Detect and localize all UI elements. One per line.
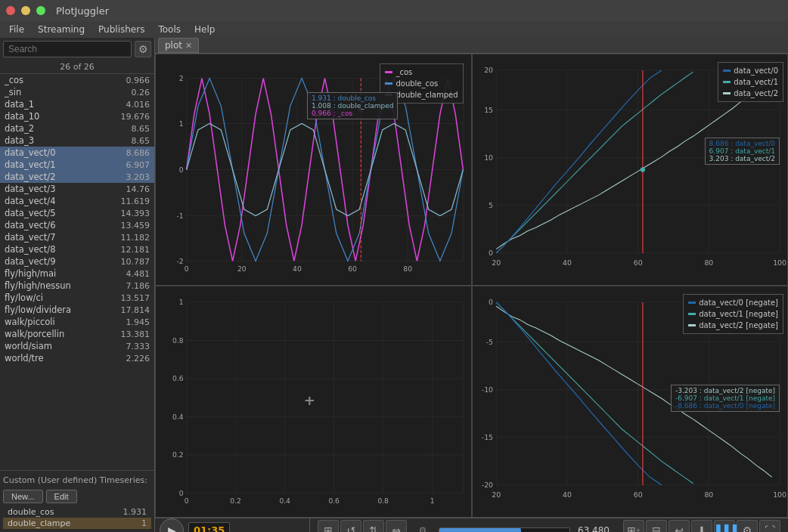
pan-icon[interactable]: ↺ (340, 520, 361, 532)
svg-point-46 (640, 167, 644, 172)
add-plot-icon[interactable]: ⊞+ (623, 520, 644, 532)
snapshot-icon[interactable]: ⬇ (691, 520, 712, 532)
sidebar-item-fly_low_ci[interactable]: fly/low/ci13.517 (0, 292, 154, 304)
tile-icon[interactable]: ⊟ (646, 520, 667, 532)
sidebar-item-data_vect_3[interactable]: data_vect/314.76 (0, 183, 154, 195)
sidebar-settings-button[interactable]: ⚙ (135, 41, 151, 57)
custom-section: Custom (User defined) Timeseries: New...… (0, 470, 154, 532)
svg-text:-2: -2 (176, 256, 183, 264)
titlebar: PlotJuggler (0, 0, 788, 21)
custom-section-title: Custom (User defined) Timeseries: (3, 474, 151, 487)
custom-item-double_clampe[interactable]: double_clampe1 (3, 518, 151, 529)
sidebar-item-world_siam[interactable]: world/siam7.333 (0, 340, 154, 352)
svg-text:0.8: 0.8 (172, 336, 184, 344)
sidebar-item-fly_high_nessun[interactable]: fly/high/nessun7.186 (0, 280, 154, 292)
timeline-value: 63.480 (578, 525, 616, 532)
plot-bottom-right[interactable]: 0 -5 -10 -15 -20 20 40 60 80 100 (472, 286, 789, 518)
new-timeseries-button[interactable]: New... (3, 490, 43, 503)
sidebar-item-data_vect_0[interactable]: data_vect/08.686 (0, 147, 154, 159)
svg-text:1: 1 (430, 496, 435, 505)
sidebar-item-data_1[interactable]: data_14.016 (0, 98, 154, 110)
main-layout: ⚙ 26 of 26 _cos0.966_sin0.26data_14.016d… (0, 38, 788, 532)
maximize-btn[interactable] (36, 6, 45, 15)
signal-icon[interactable]: ▐▐▐ (714, 520, 735, 532)
tab-plot[interactable]: plot ✕ (158, 38, 199, 53)
svg-text:10: 10 (484, 153, 493, 162)
menu-help[interactable]: Help (188, 23, 221, 36)
plot-top-left[interactable]: 2 1 0 -1 -2 0 20 40 60 80 (155, 54, 472, 286)
sidebar-item-walk_piccoli[interactable]: walk/piccoli1.945 (0, 316, 154, 328)
sidebar-item-data_vect_4[interactable]: data_vect/411.619 (0, 195, 154, 207)
sidebar-item-data_vect_6[interactable]: data_vect/613.459 (0, 219, 154, 231)
svg-text:-5: -5 (486, 338, 492, 346)
menu-file[interactable]: File (3, 23, 30, 36)
svg-text:-20: -20 (481, 481, 492, 489)
svg-text:0: 0 (489, 298, 493, 306)
svg-text:40: 40 (293, 264, 302, 273)
plots-area: 2 1 0 -1 -2 0 20 40 60 80 (155, 54, 788, 518)
sidebar-count: 26 of 26 (0, 60, 154, 74)
svg-text:20: 20 (492, 258, 501, 267)
sidebar-item-walk_porcellin[interactable]: walk/porcellin13.381 (0, 328, 154, 340)
plot-top-right[interactable]: 20 15 10 5 0 20 40 60 80 100 (472, 54, 789, 286)
plot-top-left-tooltip: 1.931 : double_cos 1.008 : double_clampe… (307, 92, 398, 119)
sidebar-item-fly_low_dividera[interactable]: fly/low/dividera17.814 (0, 304, 154, 316)
svg-text:40: 40 (562, 490, 571, 499)
sidebar-list[interactable]: _cos0.966_sin0.26data_14.016data_1019.67… (0, 74, 154, 470)
sidebar-item-_sin[interactable]: _sin0.26 (0, 86, 154, 98)
sidebar-item-data_3[interactable]: data_38.65 (0, 135, 154, 147)
menu-streaming[interactable]: Streaming (32, 23, 91, 36)
sidebar-item-world_tre[interactable]: world/tre2.226 (0, 352, 154, 364)
sidebar-item-data_vect_7[interactable]: data_vect/711.182 (0, 231, 154, 243)
svg-text:100: 100 (773, 490, 786, 499)
sidebar-item-data_vect_2[interactable]: data_vect/23.203 (0, 171, 154, 183)
svg-text:60: 60 (348, 264, 357, 273)
tabbar: plot ✕ (155, 38, 788, 54)
svg-text:20: 20 (484, 66, 493, 74)
close-btn[interactable] (6, 6, 15, 15)
sidebar-item-data_vect_1[interactable]: data_vect/16.907 (0, 159, 154, 171)
menubar: File Streaming Publishers Tools Help (0, 21, 788, 38)
sidebar-item-_cos[interactable]: _cos0.966 (0, 74, 154, 86)
undo-icon[interactable]: ↩ (669, 520, 690, 532)
svg-text:20: 20 (492, 490, 501, 499)
minimize-btn[interactable] (21, 6, 30, 15)
plot-settings-icon[interactable]: ⚙ (414, 522, 431, 532)
custom-items: double_cos1.931double_clampe1 (3, 506, 151, 529)
svg-text:0.4: 0.4 (172, 412, 184, 420)
svg-text:1: 1 (179, 298, 184, 306)
sidebar-item-fly_high_mai[interactable]: fly/high/mai4.481 (0, 268, 154, 280)
progress-bar-fill (439, 528, 521, 532)
toolbar-icons: ⊞ ↺ ⇅ ⇔ (315, 520, 410, 532)
fullscreen-icon[interactable]: ⛶ (759, 520, 780, 532)
menu-tools[interactable]: Tools (152, 23, 187, 36)
search-input[interactable] (3, 41, 132, 57)
bottom-bar: ▶ 01:35 ⊞ ↺ ⇅ ⇔ ⚙ 63.480 ⊞+ ⊟ ↩ (155, 518, 788, 532)
app-title: PlotJuggler (56, 5, 109, 17)
svg-text:0.6: 0.6 (172, 374, 184, 382)
svg-text:0: 0 (489, 249, 493, 257)
settings-icon[interactable]: ⚙ (737, 520, 758, 532)
progress-bar[interactable] (439, 527, 570, 532)
custom-item-double_cos[interactable]: double_cos1.931 (3, 506, 151, 518)
zoom-y-icon[interactable]: ⇅ (363, 520, 384, 532)
svg-text:5: 5 (489, 201, 493, 209)
sidebar-item-data_vect_9[interactable]: data_vect/910.787 (0, 255, 154, 268)
zoom-x-icon[interactable]: ⇔ (386, 520, 407, 532)
svg-text:0.4: 0.4 (279, 496, 290, 505)
tab-close-icon[interactable]: ✕ (185, 41, 192, 51)
plot-bottom-left[interactable]: 1 0.8 0.6 0.4 0.2 0 0 0.2 0.4 0.6 0.8 1 (155, 286, 472, 518)
svg-text:1: 1 (179, 119, 184, 127)
svg-text:40: 40 (562, 258, 571, 267)
edit-timeseries-button[interactable]: Edit (46, 490, 77, 503)
sidebar-item-data_2[interactable]: data_28.65 (0, 122, 154, 135)
layout-icon[interactable]: ⊞ (318, 520, 339, 532)
playback-section: ▶ 01:35 (155, 518, 310, 532)
sidebar-item-data_10[interactable]: data_1019.676 (0, 110, 154, 122)
svg-text:-10: -10 (481, 385, 492, 394)
sidebar-item-data_vect_8[interactable]: data_vect/812.181 (0, 243, 154, 255)
sidebar-item-data_vect_5[interactable]: data_vect/514.393 (0, 207, 154, 219)
plot-bottom-right-tooltip: -3.203 : data_vect/2 [negate] -6.907 : d… (671, 385, 780, 412)
menu-publishers[interactable]: Publishers (92, 23, 150, 36)
play-button[interactable]: ▶ (160, 518, 184, 532)
